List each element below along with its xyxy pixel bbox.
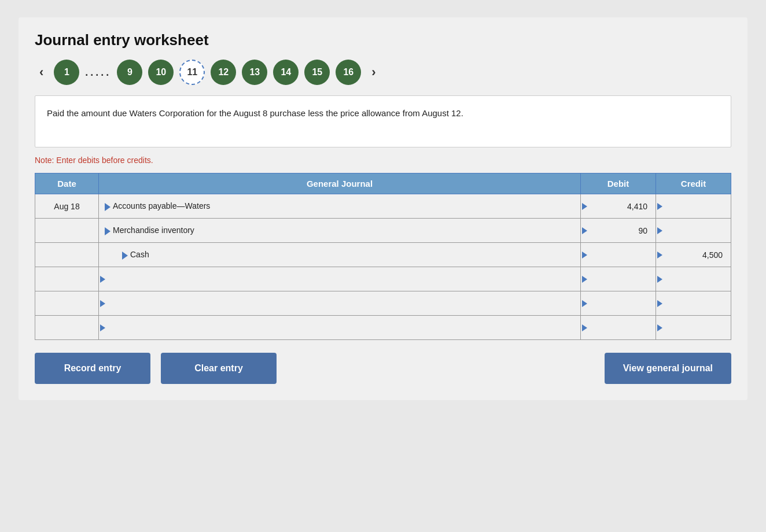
journal-table: Date General Journal Debit Credit Aug 18… bbox=[35, 173, 731, 340]
record-entry-button[interactable]: Record entry bbox=[35, 353, 150, 384]
credit-arrow-4 bbox=[657, 276, 662, 283]
debit-arrow-4 bbox=[582, 276, 587, 283]
table-row bbox=[35, 267, 731, 291]
buttons-row: Record entry Clear entry View general jo… bbox=[35, 353, 731, 384]
journal-arrow-6 bbox=[100, 324, 105, 331]
nav-item-16[interactable]: 16 bbox=[336, 60, 361, 85]
nav-item-14[interactable]: 14 bbox=[273, 60, 299, 85]
cell-date-4 bbox=[35, 267, 99, 291]
table-row: Cash 4,500 bbox=[35, 243, 731, 267]
cell-debit-3 bbox=[581, 243, 656, 267]
debit-arrow-6 bbox=[582, 324, 587, 331]
journal-arrow-4 bbox=[100, 276, 105, 283]
description-box: Paid the amount due Waters Corporation f… bbox=[35, 95, 731, 147]
col-header-date: Date bbox=[35, 173, 99, 194]
cell-account-5 bbox=[99, 291, 581, 316]
col-header-credit: Credit bbox=[656, 173, 731, 194]
triangle-1 bbox=[105, 203, 111, 211]
cell-account-3: Cash bbox=[99, 243, 581, 267]
nav-next-button[interactable]: › bbox=[367, 64, 380, 81]
triangle-3 bbox=[122, 252, 128, 260]
note-text: Note: Enter debits before credits. bbox=[35, 156, 731, 165]
cell-date-3 bbox=[35, 243, 99, 267]
cell-debit-6 bbox=[581, 316, 656, 340]
cell-account-2: Merchandise inventory bbox=[99, 219, 581, 243]
nav-row: ‹ 1 ..... 9 10 11 12 13 14 15 16 › bbox=[35, 60, 731, 85]
cell-credit-5 bbox=[656, 291, 731, 316]
cell-debit-2: 90 bbox=[581, 219, 656, 243]
cell-date-2 bbox=[35, 219, 99, 243]
debit-arrow-3 bbox=[582, 252, 587, 258]
cell-debit-1: 4,410 bbox=[581, 194, 656, 219]
nav-item-11-active[interactable]: 11 bbox=[179, 60, 205, 85]
nav-item-1[interactable]: 1 bbox=[54, 60, 79, 85]
description-text: Paid the amount due Waters Corporation f… bbox=[47, 108, 463, 118]
credit-arrow-3 bbox=[657, 252, 662, 258]
credit-arrow-1 bbox=[657, 203, 662, 210]
nav-item-13[interactable]: 13 bbox=[242, 60, 267, 85]
cell-debit-4 bbox=[581, 267, 656, 291]
cell-credit-2 bbox=[656, 219, 731, 243]
debit-arrow-1 bbox=[582, 203, 587, 210]
credit-arrow-5 bbox=[657, 300, 662, 307]
col-header-journal: General Journal bbox=[99, 173, 581, 194]
table-row: Aug 18 Accounts payable—Waters 4,410 bbox=[35, 194, 731, 219]
page-title: Journal entry worksheet bbox=[35, 31, 731, 49]
cell-credit-1 bbox=[656, 194, 731, 219]
nav-prev-button[interactable]: ‹ bbox=[35, 64, 48, 81]
credit-arrow-2 bbox=[657, 227, 662, 234]
cell-date-6 bbox=[35, 316, 99, 340]
triangle-2 bbox=[105, 227, 111, 235]
table-row: Merchandise inventory 90 bbox=[35, 219, 731, 243]
cell-date-1: Aug 18 bbox=[35, 194, 99, 219]
clear-entry-button[interactable]: Clear entry bbox=[161, 353, 277, 384]
journal-arrow-5 bbox=[100, 300, 105, 307]
cell-credit-6 bbox=[656, 316, 731, 340]
nav-item-9[interactable]: 9 bbox=[117, 60, 142, 85]
cell-debit-5 bbox=[581, 291, 656, 316]
credit-arrow-6 bbox=[657, 324, 662, 331]
col-header-debit: Debit bbox=[581, 173, 656, 194]
main-container: Journal entry worksheet ‹ 1 ..... 9 10 1… bbox=[19, 17, 747, 400]
view-general-journal-button[interactable]: View general journal bbox=[605, 353, 731, 384]
nav-dots: ..... bbox=[85, 66, 111, 79]
nav-item-12[interactable]: 12 bbox=[211, 60, 236, 85]
cell-account-1: Accounts payable—Waters bbox=[99, 194, 581, 219]
debit-arrow-2 bbox=[582, 227, 587, 234]
nav-item-15[interactable]: 15 bbox=[304, 60, 330, 85]
table-row bbox=[35, 291, 731, 316]
cell-date-5 bbox=[35, 291, 99, 316]
debit-arrow-5 bbox=[582, 300, 587, 307]
cell-account-4 bbox=[99, 267, 581, 291]
cell-credit-4 bbox=[656, 267, 731, 291]
cell-account-6 bbox=[99, 316, 581, 340]
nav-item-10[interactable]: 10 bbox=[148, 60, 174, 85]
cell-credit-3: 4,500 bbox=[656, 243, 731, 267]
table-row bbox=[35, 316, 731, 340]
